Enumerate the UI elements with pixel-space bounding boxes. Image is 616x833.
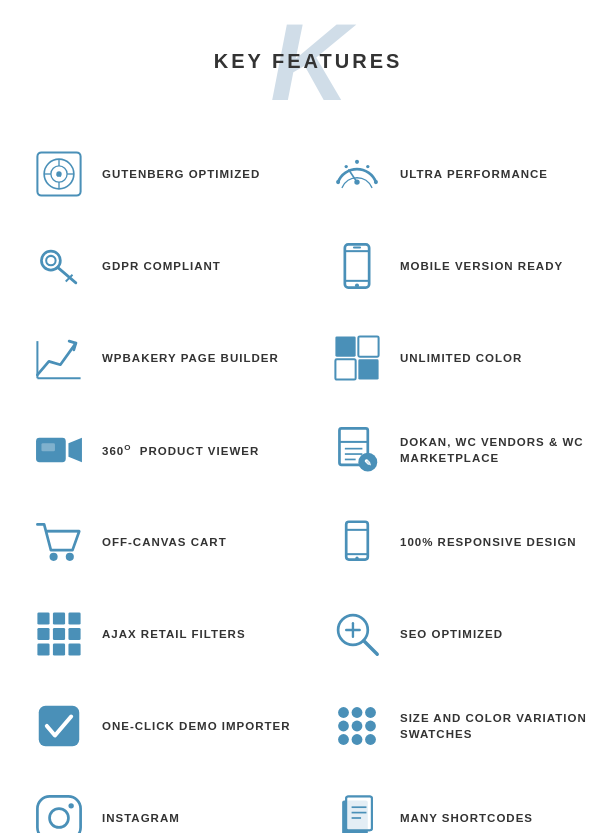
- page-title: KEY FEATURES: [10, 30, 606, 93]
- feature-360-label: 360O PRODUCT VIEWER: [102, 442, 259, 459]
- svg-text:✎: ✎: [364, 457, 372, 468]
- svg-line-59: [364, 641, 378, 655]
- feature-gdpr: GDPR COMPLIANT: [10, 225, 308, 307]
- instagram-icon: [30, 789, 88, 833]
- feature-ajax-filters: AJAX RETAIL FILTERS: [10, 593, 308, 675]
- svg-point-70: [352, 734, 363, 745]
- feature-swatches: SIZE AND COLOR VARIATION SWATCHES: [308, 685, 606, 767]
- feature-unlimited-color-label: UNLIMITED COLOR: [400, 350, 522, 366]
- svg-rect-49: [37, 612, 49, 624]
- svg-point-73: [50, 809, 69, 828]
- svg-point-48: [355, 557, 358, 560]
- svg-point-12: [374, 180, 378, 184]
- feature-ultra-performance-label: ULTRA PERFORMANCE: [400, 166, 548, 182]
- feature-instagram: INSTAGRAM: [10, 777, 308, 833]
- svg-text:G: G: [56, 171, 62, 178]
- svg-rect-30: [335, 359, 355, 379]
- features-grid: G GUTENBERG OPTIMIZED: [10, 133, 606, 833]
- svg-rect-29: [358, 336, 378, 356]
- svg-point-66: [338, 721, 349, 732]
- svg-point-67: [352, 721, 363, 732]
- svg-point-15: [366, 165, 369, 168]
- svg-point-17: [46, 256, 55, 265]
- seo-icon: [328, 605, 386, 663]
- feature-ajax-filters-label: AJAX RETAIL FILTERS: [102, 626, 246, 642]
- svg-line-10: [349, 170, 357, 182]
- feature-360-viewer: 360O PRODUCT VIEWER: [10, 409, 308, 491]
- feature-unlimited-color: UNLIMITED COLOR: [308, 317, 606, 399]
- 360-viewer-icon: [30, 421, 88, 479]
- unlimited-color-icon: [328, 329, 386, 387]
- svg-rect-34: [41, 443, 55, 451]
- svg-rect-56: [53, 643, 65, 655]
- svg-rect-55: [37, 643, 49, 655]
- svg-point-74: [68, 803, 73, 808]
- svg-rect-28: [335, 336, 355, 356]
- svg-point-24: [355, 284, 359, 288]
- feature-swatches-label: SIZE AND COLOR VARIATION SWATCHES: [400, 710, 596, 742]
- svg-rect-50: [53, 612, 65, 624]
- feature-instagram-label: INSTAGRAM: [102, 810, 180, 826]
- feature-demo-importer: ONE-CLICK DEMO IMPORTER: [10, 685, 308, 767]
- off-canvas-icon: [30, 513, 88, 571]
- wpbakery-icon: [30, 329, 88, 387]
- feature-gutenberg: G GUTENBERG OPTIMIZED: [10, 133, 308, 215]
- ajax-filters-icon: [30, 605, 88, 663]
- responsive-icon: [328, 513, 386, 571]
- svg-point-63: [338, 707, 349, 718]
- feature-wpbakery-label: WPBAKERY PAGE BUILDER: [102, 350, 279, 366]
- feature-off-canvas-label: OFF-CANVAS CART: [102, 534, 227, 550]
- svg-rect-53: [53, 628, 65, 640]
- svg-rect-25: [353, 246, 361, 248]
- svg-rect-31: [358, 359, 378, 379]
- svg-point-11: [336, 180, 340, 184]
- svg-rect-51: [68, 612, 80, 624]
- swatches-icon: [328, 697, 386, 755]
- feature-wpbakery: WPBAKERY PAGE BUILDER: [10, 317, 308, 399]
- ultra-performance-icon: [328, 145, 386, 203]
- svg-point-42: [50, 553, 58, 561]
- svg-marker-33: [68, 438, 82, 462]
- svg-line-20: [66, 278, 69, 281]
- feature-responsive: 100% RESPONSIVE DESIGN: [308, 501, 606, 583]
- feature-mobile-label: MOBILE VERSION READY: [400, 258, 563, 274]
- svg-point-14: [345, 165, 348, 168]
- svg-point-13: [355, 160, 359, 164]
- feature-off-canvas: OFF-CANVAS CART: [10, 501, 308, 583]
- svg-rect-52: [37, 628, 49, 640]
- svg-point-43: [66, 553, 74, 561]
- gutenberg-icon: G: [30, 145, 88, 203]
- feature-gdpr-label: GDPR COMPLIANT: [102, 258, 221, 274]
- svg-line-19: [69, 275, 72, 278]
- svg-point-69: [338, 734, 349, 745]
- feature-responsive-label: 100% RESPONSIVE DESIGN: [400, 534, 577, 550]
- dokan-icon: ✎: [328, 421, 386, 479]
- gdpr-icon: [30, 237, 88, 295]
- svg-point-64: [352, 707, 363, 718]
- feature-dokan: ✎ DOKAN, WC VENDORS & WC MARKETPLACE: [308, 409, 606, 491]
- svg-rect-54: [68, 628, 80, 640]
- svg-point-71: [365, 734, 376, 745]
- feature-dokan-label: DOKAN, WC VENDORS & WC MARKETPLACE: [400, 434, 596, 466]
- header: K KEY FEATURES: [10, 20, 606, 103]
- feature-demo-importer-label: ONE-CLICK DEMO IMPORTER: [102, 718, 290, 734]
- mobile-icon: [328, 237, 386, 295]
- feature-seo-label: SEO OPTIMIZED: [400, 626, 503, 642]
- svg-point-68: [365, 721, 376, 732]
- feature-seo: SEO OPTIMIZED: [308, 593, 606, 675]
- feature-mobile: MOBILE VERSION READY: [308, 225, 606, 307]
- demo-importer-icon: [30, 697, 88, 755]
- svg-point-65: [365, 707, 376, 718]
- feature-gutenberg-label: GUTENBERG OPTIMIZED: [102, 166, 260, 182]
- svg-rect-57: [68, 643, 80, 655]
- page-wrapper: K KEY FEATURES G GUTENBERG O: [0, 0, 616, 833]
- feature-shortcodes-label: MANY SHORTCODES: [400, 810, 533, 826]
- shortcodes-icon: [328, 789, 386, 833]
- feature-shortcodes: MANY SHORTCODES: [308, 777, 606, 833]
- feature-ultra-performance: ULTRA PERFORMANCE: [308, 133, 606, 215]
